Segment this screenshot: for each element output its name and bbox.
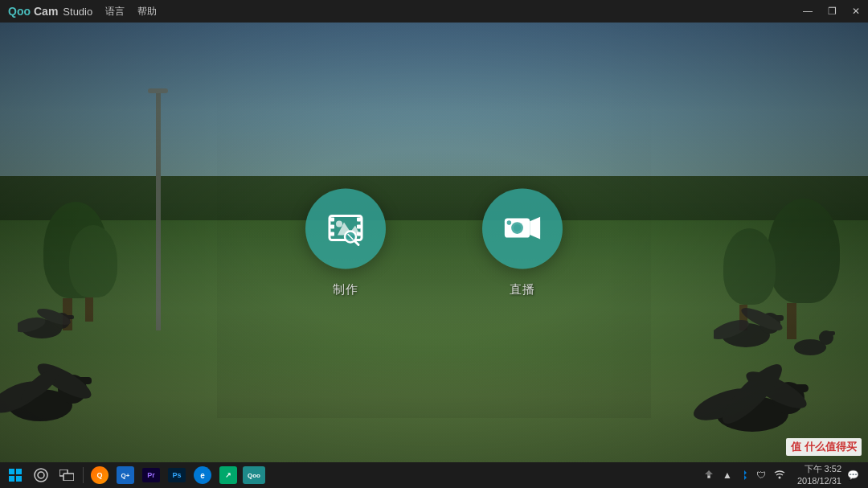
shield-icon[interactable]: 🛡 (754, 470, 768, 481)
video-camera-icon (503, 211, 542, 245)
svg-rect-49 (63, 474, 74, 481)
menu-help[interactable]: 帮助 (131, 0, 163, 23)
menu-bar: 语言 帮助 (99, 0, 163, 23)
produce-button-wrapper[interactable]: 制作 (305, 188, 386, 297)
notification-button[interactable]: 💬 (845, 470, 862, 481)
svg-rect-44 (9, 476, 14, 482)
cortana-button[interactable] (29, 463, 53, 487)
svg-point-51 (778, 476, 780, 478)
restore-button[interactable]: ❐ (820, 0, 844, 23)
app-icon-2[interactable]: Q+ (113, 463, 137, 487)
produce-label: 制作 (333, 281, 358, 297)
app-title: QooCam Studio (0, 5, 92, 18)
geese-foreground (0, 333, 161, 441)
svg-line-35 (354, 240, 358, 244)
window-controls: — ❐ ✕ (796, 0, 868, 23)
taskbar-right: ▲ 🛡 下午 3:52 2018/12/31 💬 (701, 463, 868, 488)
live-label: 直播 (510, 281, 535, 297)
taskbar-divider (83, 467, 84, 483)
live-button-wrapper[interactable]: 直播 (482, 188, 563, 297)
svg-point-50 (708, 475, 710, 478)
bluetooth-icon[interactable] (738, 469, 751, 482)
network-icon[interactable] (701, 469, 717, 482)
qoocam-taskbar-icon[interactable]: Qoo (242, 463, 266, 487)
svg-rect-29 (357, 217, 361, 221)
svg-rect-26 (330, 217, 334, 221)
brand-studio: Studio (63, 6, 92, 18)
brand-qoo: Qoo (8, 5, 31, 18)
svg-rect-45 (16, 476, 22, 482)
watermark-text: 值 什么值得买 (791, 441, 857, 453)
taskbar-left: Q Q+ Pr Ps e ↗ Qoo (0, 463, 269, 487)
taskview-button[interactable] (55, 463, 79, 487)
photoshop-icon[interactable]: Ps (165, 463, 189, 487)
produce-button[interactable] (305, 188, 386, 269)
svg-rect-28 (330, 232, 334, 236)
clock-date: 2018/12/31 (797, 475, 841, 487)
network-wifi-icon[interactable] (772, 470, 788, 482)
volume-icon[interactable]: ▲ (720, 470, 735, 481)
brand-cam: Cam (34, 5, 58, 18)
film-icon (326, 209, 365, 248)
svg-point-39 (514, 223, 521, 231)
menu-language[interactable]: 语言 (99, 0, 131, 23)
titlebar: QooCam Studio 语言 帮助 — ❐ ✕ (0, 0, 868, 23)
minimize-button[interactable]: — (796, 0, 820, 23)
svg-point-41 (507, 220, 512, 225)
close-button[interactable]: ✕ (844, 0, 868, 23)
svg-marker-40 (530, 216, 540, 239)
live-button[interactable] (482, 188, 563, 269)
svg-point-33 (336, 220, 342, 227)
taskbar: Q Q+ Pr Ps e ↗ Qoo (0, 462, 868, 488)
start-button[interactable] (3, 463, 27, 487)
main-content: 制作 直播 (0, 23, 868, 462)
watermark: 值 什么值得买 (786, 438, 862, 456)
svg-point-47 (38, 472, 44, 478)
center-buttons: 制作 直播 (305, 188, 563, 297)
svg-rect-30 (357, 224, 361, 228)
svg-rect-43 (16, 469, 22, 474)
svg-rect-27 (330, 224, 334, 228)
firefox-icon[interactable]: Q (88, 463, 112, 487)
geese-foreground-right (680, 334, 825, 449)
edge-icon[interactable]: e (190, 463, 215, 487)
svg-rect-42 (9, 469, 14, 474)
svg-point-46 (35, 469, 47, 482)
system-clock: 下午 3:52 2018/12/31 (791, 463, 841, 488)
clock-time: 下午 3:52 (797, 463, 841, 475)
premiere-icon[interactable]: Pr (139, 463, 163, 487)
app-icon-5[interactable]: ↗ (216, 463, 240, 487)
